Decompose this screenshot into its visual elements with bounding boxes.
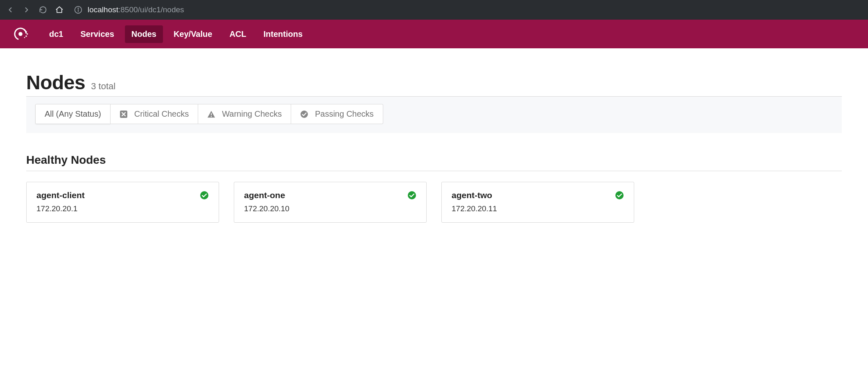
svg-point-4	[18, 32, 23, 36]
svg-point-13	[301, 111, 308, 118]
url-path: :8500/ui/dc1/nodes	[118, 5, 184, 14]
browser-chrome: localhost:8500/ui/dc1/nodes	[0, 0, 868, 20]
status-passing-icon	[200, 191, 209, 200]
nodes-grid: agent-client 172.20.20.1 agent-one 172.2…	[26, 182, 842, 223]
page-title: Nodes	[26, 71, 85, 94]
section-title: Healthy Nodes	[26, 154, 842, 171]
svg-point-12	[211, 116, 212, 117]
filter-passing-label: Passing Checks	[315, 109, 373, 119]
node-ip: 172.20.20.10	[244, 204, 416, 213]
svg-rect-11	[211, 113, 212, 115]
filter-group: All (Any Status) Critical Checks Warning…	[35, 104, 383, 124]
url-host: localhost	[88, 5, 118, 14]
svg-point-5	[25, 31, 27, 33]
page-total-label: 3 total	[91, 81, 115, 92]
filter-warning-label: Warning Checks	[222, 109, 282, 119]
filter-critical-label: Critical Checks	[134, 109, 189, 119]
nav-intentions[interactable]: Intentions	[257, 25, 310, 43]
nav-keyvalue[interactable]: Key/Value	[167, 25, 219, 43]
node-name: agent-one	[244, 190, 285, 200]
status-passing-icon	[407, 191, 416, 200]
svg-point-7	[25, 36, 27, 37]
back-icon[interactable]	[6, 5, 15, 14]
nav-nodes[interactable]: Nodes	[125, 25, 163, 43]
info-icon[interactable]	[74, 5, 83, 14]
svg-point-15	[408, 191, 416, 199]
filter-critical[interactable]: Critical Checks	[111, 104, 198, 124]
node-name: agent-two	[452, 190, 492, 200]
page-title-row: Nodes 3 total	[26, 71, 842, 94]
nav-items: dc1 Services Nodes Key/Value ACL Intenti…	[43, 25, 309, 43]
reload-icon[interactable]	[38, 5, 47, 14]
filter-bar: All (Any Status) Critical Checks Warning…	[26, 96, 842, 133]
svg-point-2	[78, 8, 78, 9]
warning-icon	[207, 110, 215, 118]
passing-icon	[300, 110, 308, 118]
node-ip: 172.20.20.1	[36, 204, 209, 213]
app-header: dc1 Services Nodes Key/Value ACL Intenti…	[0, 20, 868, 48]
filter-all[interactable]: All (Any Status)	[35, 104, 111, 124]
svg-point-8	[24, 30, 25, 31]
node-card[interactable]: agent-two 172.20.20.11	[441, 182, 634, 223]
node-card[interactable]: agent-client 172.20.20.1	[26, 182, 219, 223]
address-bar[interactable]: localhost:8500/ui/dc1/nodes	[74, 5, 184, 14]
svg-point-16	[615, 191, 624, 199]
node-name: agent-client	[36, 190, 85, 200]
svg-point-14	[200, 191, 208, 199]
main-content: Nodes 3 total All (Any Status) Critical …	[0, 48, 868, 239]
svg-point-6	[27, 33, 28, 35]
nav-datacenter[interactable]: dc1	[43, 25, 70, 43]
home-icon[interactable]	[55, 5, 64, 14]
forward-icon[interactable]	[22, 5, 31, 14]
url-text: localhost:8500/ui/dc1/nodes	[88, 5, 184, 14]
svg-point-9	[24, 37, 25, 38]
node-ip: 172.20.20.11	[452, 204, 624, 213]
filter-all-label: All (Any Status)	[45, 109, 101, 119]
critical-icon	[120, 110, 128, 118]
consul-logo-icon[interactable]	[11, 24, 30, 44]
node-card[interactable]: agent-one 172.20.20.10	[234, 182, 427, 223]
filter-passing[interactable]: Passing Checks	[291, 104, 383, 124]
nav-services[interactable]: Services	[74, 25, 120, 43]
filter-warning[interactable]: Warning Checks	[198, 104, 291, 124]
nav-acl[interactable]: ACL	[223, 25, 253, 43]
status-passing-icon	[615, 191, 624, 200]
